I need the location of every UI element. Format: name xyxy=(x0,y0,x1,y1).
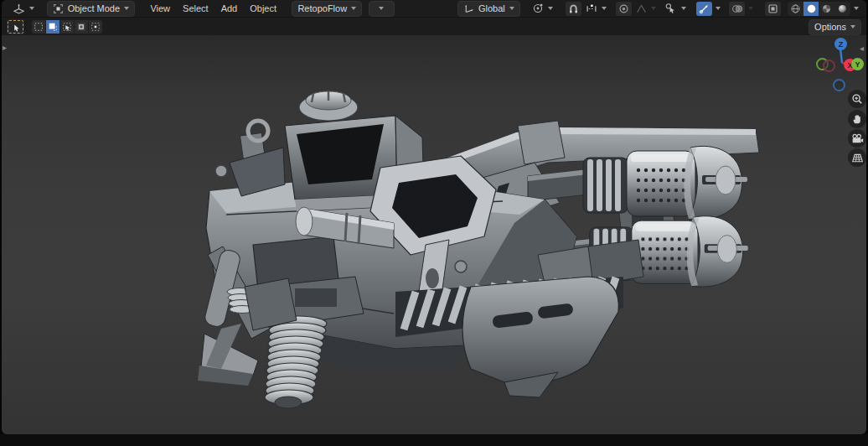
axis-z-neg-ball[interactable] xyxy=(833,79,845,91)
camera-view-button[interactable] xyxy=(848,129,866,148)
pan-view-button[interactable] xyxy=(848,110,866,128)
options-dropdown[interactable]: Options xyxy=(809,19,861,35)
pivot-point-icon xyxy=(532,3,544,14)
shading-solid-icon xyxy=(806,3,817,14)
select-extend-icon xyxy=(48,22,58,32)
show-overlays-icon xyxy=(731,3,743,14)
axis-z-label: Z xyxy=(839,40,844,49)
mode-label: Object Mode xyxy=(68,2,120,16)
chevron-down-icon xyxy=(29,7,34,10)
zoom-view-button[interactable] xyxy=(848,90,866,108)
perspective-grid-icon xyxy=(851,153,864,163)
object-type-visibility-selector[interactable] xyxy=(661,1,690,17)
select-mode-extend[interactable] xyxy=(46,20,59,34)
status-bar xyxy=(0,434,868,446)
chevron-down-icon xyxy=(602,7,607,10)
tool-settings-bar: Options xyxy=(2,18,866,35)
pivot-point-selector[interactable] xyxy=(526,1,559,17)
chevron-down-icon xyxy=(548,7,553,10)
camera-icon xyxy=(851,133,864,144)
shading-solid-button[interactable] xyxy=(803,2,819,16)
show-gizmos-toggle[interactable] xyxy=(696,2,712,16)
select-mode-subtract[interactable] xyxy=(60,20,74,34)
menu-add[interactable]: Add xyxy=(215,2,244,16)
options-label: Options xyxy=(814,20,846,34)
3d-viewport-editor: Object Mode View Select Add Object Retop… xyxy=(2,0,866,434)
falloff-selector[interactable] xyxy=(633,1,659,17)
menu-view[interactable]: View xyxy=(144,2,176,16)
select-box-tool-icon xyxy=(10,21,22,33)
addon-menu-label: RetopoFlow xyxy=(297,2,347,16)
shading-mode-segment xyxy=(788,2,850,16)
select-mode-difference[interactable] xyxy=(75,20,88,34)
model-handguard[interactable] xyxy=(462,277,618,397)
chevron-down-icon xyxy=(854,7,859,10)
select-mode-intersect[interactable] xyxy=(89,20,102,34)
extra-menu-dropdown[interactable] xyxy=(369,1,395,17)
editor-type-selector[interactable] xyxy=(7,1,40,17)
axis-y-ball[interactable]: Y xyxy=(851,58,864,70)
axis-z-ball[interactable]: Z xyxy=(834,38,847,50)
show-overlays-toggle[interactable] xyxy=(729,2,745,16)
shading-material-preview-icon xyxy=(821,3,832,14)
chevron-down-icon xyxy=(351,7,356,10)
select-difference-icon xyxy=(76,22,86,32)
object-type-visibility-icon xyxy=(664,3,677,14)
menu-select[interactable]: Select xyxy=(177,2,214,16)
snap-target-selector[interactable] xyxy=(582,1,610,17)
blender-window: Object Mode View Select Add Object Retop… xyxy=(0,0,868,446)
shading-wireframe-icon xyxy=(790,3,801,14)
chevron-down-icon xyxy=(850,25,855,29)
show-overlays-dropdown[interactable] xyxy=(746,1,756,17)
snap-magnet-icon xyxy=(568,3,579,14)
hand-icon xyxy=(851,113,863,125)
shading-rendered-icon xyxy=(837,3,848,14)
chevron-down-icon xyxy=(651,7,656,10)
model-rifle[interactable] xyxy=(198,91,759,408)
axis-y-label: Y xyxy=(855,60,860,69)
select-intersect-icon xyxy=(90,22,101,32)
shading-wireframe-button[interactable] xyxy=(788,2,803,16)
toggle-xray-button[interactable] xyxy=(765,2,781,16)
transform-orientation-icon xyxy=(463,3,474,14)
3d-viewport[interactable]: ▸ ◂ xyxy=(2,35,866,434)
addon-menu-retopoflow[interactable]: RetopoFlow xyxy=(292,1,362,17)
shading-material-preview-button[interactable] xyxy=(819,2,834,16)
chevron-down-icon xyxy=(379,7,384,10)
orientation-label: Global xyxy=(478,2,505,16)
shading-dropdown[interactable] xyxy=(851,1,861,17)
scene-canvas xyxy=(2,35,866,434)
chevron-down-icon xyxy=(748,7,753,10)
toggle-orthographic-button[interactable] xyxy=(848,148,866,167)
chevron-down-icon xyxy=(124,7,129,10)
transform-orientation-selector[interactable]: Global xyxy=(457,1,520,17)
snap-increment-icon xyxy=(586,3,597,14)
falloff-smooth-icon xyxy=(636,3,647,14)
show-gizmos-dropdown[interactable] xyxy=(713,1,723,17)
object-mode-icon xyxy=(53,3,64,14)
toggle-xray-icon xyxy=(767,3,778,14)
axis-x-neg-ball[interactable] xyxy=(823,60,835,72)
proportional-editing-icon xyxy=(618,3,629,14)
show-gizmos-icon xyxy=(699,3,710,14)
editor-type-3d-viewport-icon xyxy=(13,3,25,15)
viewport-header: Object Mode View Select Add Object Retop… xyxy=(2,0,866,18)
select-subtract-icon xyxy=(62,22,72,32)
menu-object[interactable]: Object xyxy=(244,2,282,16)
active-tool-select-box[interactable] xyxy=(7,19,24,34)
select-mode-group xyxy=(32,20,102,34)
chevron-down-icon xyxy=(716,7,721,10)
chevron-down-icon xyxy=(509,7,514,10)
zoom-icon xyxy=(851,93,863,105)
select-set-icon xyxy=(34,22,44,32)
shading-rendered-button[interactable] xyxy=(834,2,850,16)
snap-toggle[interactable] xyxy=(566,2,581,16)
chevron-down-icon xyxy=(681,7,686,10)
mode-selector[interactable]: Object Mode xyxy=(47,1,135,17)
proportional-editing-toggle[interactable] xyxy=(616,2,632,16)
select-mode-set[interactable] xyxy=(32,20,45,34)
